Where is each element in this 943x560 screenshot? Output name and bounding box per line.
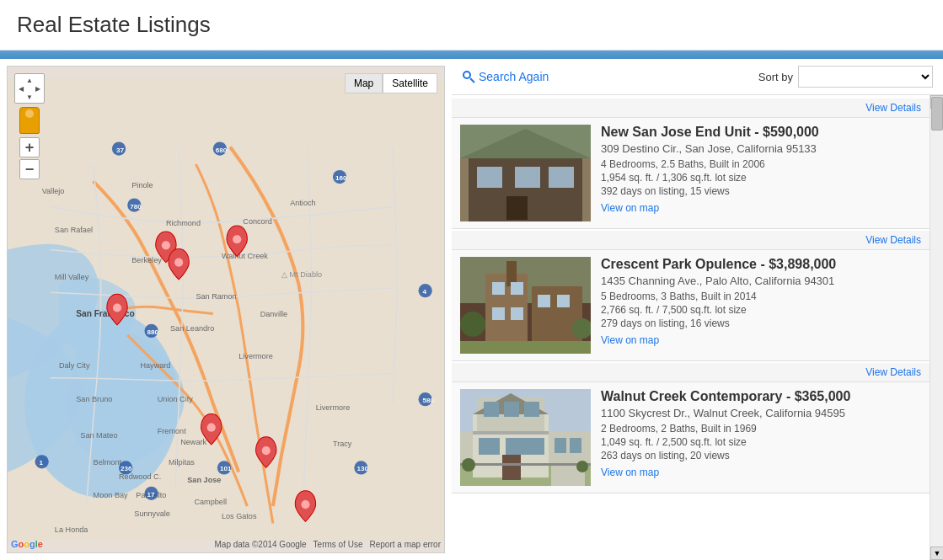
zoom-in-button[interactable]: + [19, 137, 40, 157]
svg-text:Antioch: Antioch [290, 199, 315, 207]
scrollbar-thumb[interactable] [931, 97, 943, 131]
svg-text:Fremont: Fremont [158, 427, 186, 435]
svg-text:17: 17 [147, 491, 156, 499]
svg-rect-107 [570, 438, 581, 453]
listing-3-map-link[interactable]: View on map [601, 467, 659, 478]
house-image-1 [460, 125, 591, 221]
listing-1-address: 309 Destino Cir., San Jose, California 9… [601, 142, 921, 155]
scrollbar-area: View Details [452, 95, 943, 560]
sort-by-select[interactable]: Price: Low to High Price: High to Low Ne… [798, 66, 933, 88]
pan-control[interactable]: ▲ ◀ ▶ ▼ [14, 73, 45, 104]
svg-point-64 [207, 424, 216, 432]
svg-rect-90 [460, 341, 591, 354]
listings-list: View Details [452, 95, 930, 560]
page-title: Real Estate Listings [0, 0, 943, 51]
listing-1-beds-baths: 4 Bedrooms, 2.5 Baths, Built in 2006 [601, 158, 921, 170]
svg-rect-87 [511, 307, 523, 320]
svg-text:Hayward: Hayward [140, 361, 170, 370]
scroll-down-arrow[interactable]: ▼ [930, 547, 943, 560]
map-terms-link[interactable]: Terms of Use [313, 540, 363, 549]
svg-text:San Leandro: San Leandro [170, 324, 214, 333]
sort-by-label: Sort by [758, 71, 793, 83]
search-again-label: Search Again [479, 70, 549, 83]
svg-point-63 [113, 303, 121, 312]
svg-text:Moon Bay: Moon Bay [94, 491, 129, 499]
svg-text:Union City: Union City [158, 395, 194, 403]
svg-text:160: 160 [335, 174, 347, 182]
svg-rect-104 [502, 455, 521, 480]
map-type-controls: Map Satellite [345, 73, 437, 93]
svg-rect-82 [492, 282, 505, 295]
svg-text:Los Gatos: Los Gatos [222, 512, 257, 520]
svg-text:La Honda: La Honda [55, 525, 88, 534]
svg-text:Walnut Creek: Walnut Creek [222, 252, 268, 260]
svg-text:San Rafael: San Rafael [55, 226, 93, 234]
view-details-1[interactable]: View Details [452, 99, 930, 118]
svg-text:Campbell: Campbell [194, 498, 227, 506]
svg-rect-83 [511, 282, 523, 295]
listing-3-address: 1100 Skycrest Dr., Walnut Creek, Califor… [601, 407, 921, 419]
svg-text:△ Mt Diablo: △ Mt Diablo [281, 270, 322, 279]
svg-point-61 [174, 259, 183, 267]
accent-bar [0, 51, 943, 59]
svg-text:236: 236 [121, 465, 132, 472]
map-type-satellite-button[interactable]: Satellite [383, 73, 437, 93]
svg-point-60 [162, 241, 170, 249]
svg-text:101: 101 [220, 465, 232, 472]
listing-3-beds-baths: 2 Bedrooms, 2 Baths, Built in 1969 [601, 423, 921, 435]
svg-rect-73 [515, 167, 540, 188]
svg-text:Richmond: Richmond [166, 219, 201, 227]
svg-text:4: 4 [423, 288, 427, 296]
map-svg: Vallejo Pinole San Rafael Richmond Antio… [8, 67, 444, 552]
listing-2-address: 1435 Channing Ave., Palo Alto, Californi… [601, 275, 921, 287]
svg-text:San Bruno: San Bruno [76, 395, 112, 403]
map-controls: ▲ ◀ ▶ ▼ + − [14, 73, 45, 181]
svg-text:680: 680 [216, 147, 228, 154]
svg-text:Berkeley: Berkeley [131, 256, 162, 264]
map-report-link[interactable]: Report a map error [370, 540, 441, 549]
svg-text:San Mateo: San Mateo [80, 431, 117, 440]
svg-point-109 [462, 458, 475, 472]
zoom-out-button[interactable]: − [19, 159, 40, 179]
map-container[interactable]: Vallejo Pinole San Rafael Richmond Antio… [8, 67, 444, 552]
listing-2-title: Crescent Park Opulence - $3,898,000 [601, 257, 921, 272]
svg-rect-86 [492, 307, 505, 320]
listing-3-info: Walnut Creek Contemporary - $365,000 110… [601, 389, 921, 486]
svg-text:37: 37 [116, 147, 125, 154]
map-panel: Vallejo Pinole San Rafael Richmond Antio… [7, 66, 445, 553]
svg-text:Danville: Danville [260, 310, 287, 318]
listing-2-thumbnail [460, 257, 591, 354]
svg-text:880: 880 [147, 328, 159, 336]
svg-rect-99 [504, 402, 519, 417]
search-again-button[interactable]: Search Again [462, 70, 549, 83]
listing-header: Search Again Sort by Price: Low to High … [452, 59, 943, 95]
listing-1-sqft: 1,954 sq. ft. / 1,306 sq.ft. lot size [601, 172, 921, 184]
listing-3-thumbnail [460, 389, 591, 486]
listing-1-body: New San Jose End Unit - $590,000 309 Des… [452, 118, 930, 228]
listing-1-map-link[interactable]: View on map [601, 202, 659, 214]
svg-rect-97 [473, 431, 549, 435]
pegman-icon[interactable] [19, 107, 40, 134]
listing-2-body: Crescent Park Opulence - $3,898,000 1435… [452, 250, 930, 360]
svg-text:Vallejo: Vallejo [42, 187, 65, 195]
listing-panel: Search Again Sort by Price: Low to High … [452, 59, 943, 560]
svg-rect-98 [484, 402, 499, 417]
svg-rect-85 [557, 295, 570, 307]
view-details-2[interactable]: View Details [452, 231, 930, 250]
svg-point-65 [262, 446, 271, 455]
pan-right-arrow: ▶ [34, 84, 42, 93]
listing-2-map-link[interactable]: View on map [601, 334, 659, 346]
view-details-3[interactable]: View Details [452, 363, 930, 382]
svg-text:Daly City: Daly City [59, 361, 90, 370]
svg-rect-100 [524, 402, 539, 417]
svg-rect-72 [477, 167, 502, 188]
svg-text:San Ramon: San Ramon [196, 292, 236, 301]
listing-1-info: New San Jose End Unit - $590,000 309 Des… [601, 125, 921, 221]
listing-item: View Details [452, 363, 930, 493]
map-type-map-button[interactable]: Map [345, 73, 383, 93]
svg-text:San Jose: San Jose [187, 476, 221, 484]
search-icon [462, 70, 475, 83]
sort-by-container: Sort by Price: Low to High Price: High t… [758, 66, 933, 88]
listing-3-body: Walnut Creek Contemporary - $365,000 110… [452, 382, 930, 493]
svg-rect-106 [555, 438, 566, 453]
